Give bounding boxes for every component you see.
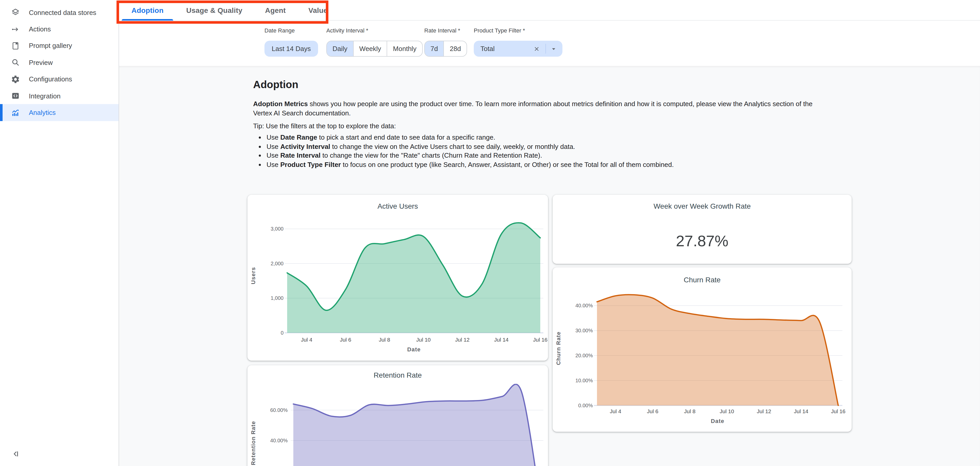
svg-text:Jul 8: Jul 8: [684, 408, 695, 414]
svg-text:40.00%: 40.00%: [270, 437, 288, 443]
svg-text:Jul 16: Jul 16: [533, 337, 547, 342]
activity-interval-option-daily[interactable]: Daily: [327, 41, 353, 56]
sidebar-item-configurations[interactable]: Configurations: [0, 71, 119, 87]
product-type-filter-label: Product Type Filter *: [474, 27, 562, 34]
chart-title: Week over Week Growth Rate: [553, 202, 852, 210]
configurations-icon: [11, 75, 20, 84]
svg-text:3,000: 3,000: [270, 226, 283, 231]
active-users-chart-canvas: 01,0002,0003,000Jul 4Jul 6Jul 8Jul 10Jul…: [247, 216, 548, 361]
tip-list-item: Use Product Type Filter to focus on one …: [267, 160, 674, 169]
svg-text:2,000: 2,000: [270, 261, 283, 266]
collapse-sidebar-button[interactable]: [10, 449, 21, 459]
churn-rate-card: Churn Rate 0.00%10.00%20.00%30.00%40.00%…: [553, 267, 852, 432]
active-users-card: Active Users 01,0002,0003,000Jul 4Jul 6J…: [247, 195, 548, 361]
svg-text:Retention Rate: Retention Rate: [250, 421, 256, 465]
svg-text:20.00%: 20.00%: [575, 353, 593, 358]
sidebar-item-label: Prompt gallery: [29, 42, 72, 50]
chart-title: Retention Rate: [247, 371, 548, 379]
svg-text:0.00%: 0.00%: [578, 403, 593, 408]
svg-text:Jul 4: Jul 4: [301, 337, 312, 342]
svg-text:Jul 14: Jul 14: [494, 337, 509, 342]
chart-title: Active Users: [247, 202, 548, 210]
sidebar-item-actions[interactable]: Actions: [0, 21, 119, 38]
tip-list-item: Use Date Range to pick a start and end d…: [267, 133, 674, 142]
product-type-filter: Product Type Filter * Total: [474, 27, 562, 57]
sidebar-item-label: Configurations: [29, 76, 72, 83]
svg-text:Jul 14: Jul 14: [794, 408, 808, 414]
rate-interval-option-28d[interactable]: 28d: [444, 41, 466, 56]
tab-agent[interactable]: Agent: [254, 0, 297, 20]
tab-label: Value: [309, 6, 328, 14]
svg-text:Churn Rate: Churn Rate: [555, 331, 562, 365]
analytics-icon: [11, 108, 20, 117]
sidebar-item-analytics[interactable]: Analytics: [0, 104, 119, 121]
sidebar-item-prompt-gallery[interactable]: Prompt gallery: [0, 38, 119, 54]
date-range-chip[interactable]: Last 14 Days: [264, 41, 318, 57]
rate-interval-label: Rate Interval *: [424, 27, 467, 34]
tab-value[interactable]: Value: [297, 0, 339, 20]
activity-interval-option-weekly[interactable]: Weekly: [353, 41, 387, 56]
prompt-gallery-icon: [11, 41, 20, 51]
sidebar-item-integration[interactable]: Integration: [0, 87, 119, 104]
preview-icon: [11, 58, 20, 67]
sidebar-item-label: Preview: [29, 59, 53, 67]
tab-adoption[interactable]: Adoption: [120, 0, 175, 20]
activity-interval-option-monthly[interactable]: Monthly: [387, 41, 422, 56]
page-title: Adoption: [253, 79, 299, 91]
date-range-label: Date Range: [264, 27, 318, 34]
sidebar-item-connected-data-stores[interactable]: Connected data stores: [0, 4, 119, 21]
rate-interval-filter: Rate Interval * 7d28d: [424, 27, 467, 57]
sidebar-item-preview[interactable]: Preview: [0, 54, 119, 71]
product-type-filter-select[interactable]: Total: [474, 41, 562, 57]
rate-interval-toggle: 7d28d: [424, 41, 467, 57]
tip-text: Tip: Use the filters at the top to explo…: [253, 122, 396, 130]
tab-label: Adoption: [132, 6, 164, 14]
tip-list-item: Use Rate Interval to change the view for…: [267, 151, 674, 160]
activity-interval-toggle: DailyWeeklyMonthly: [326, 41, 423, 57]
product-type-filter-value: Total: [480, 45, 533, 52]
selected-indicator: [0, 104, 3, 121]
clear-filter-icon[interactable]: [533, 44, 541, 53]
retention-rate-card: Retention Rate 0.00%20.00%40.00%60.00%Ju…: [247, 365, 548, 466]
svg-text:Jul 10: Jul 10: [720, 408, 734, 414]
segment-label: Weekly: [359, 45, 381, 52]
tab-usage-quality[interactable]: Usage & Quality: [175, 0, 254, 20]
svg-text:Users: Users: [250, 267, 256, 284]
svg-text:1,000: 1,000: [270, 295, 283, 301]
header: AdoptionUsage & QualityAgentValue Date R…: [119, 0, 980, 66]
sidebar-item-label: Integration: [29, 92, 60, 100]
svg-text:Jul 4: Jul 4: [610, 408, 622, 414]
rate-interval-option-7d[interactable]: 7d: [425, 41, 444, 56]
svg-text:Date: Date: [711, 418, 725, 424]
segment-label: Daily: [332, 45, 347, 52]
dropdown-arrow-icon[interactable]: [550, 44, 558, 53]
sidebar: Connected data storesActionsPrompt galle…: [0, 0, 119, 466]
data-stores-icon: [11, 8, 20, 17]
sidebar-item-label: Analytics: [29, 109, 56, 116]
app-window: Connected data storesActionsPrompt galle…: [0, 0, 980, 466]
growth-rate-value: 27.87%: [553, 232, 852, 250]
svg-text:Jul 12: Jul 12: [455, 337, 469, 342]
svg-text:Jul 10: Jul 10: [416, 337, 431, 342]
sidebar-item-label: Connected data stores: [29, 8, 96, 16]
intro-paragraph: Adoption Metrics shows you how people ar…: [253, 100, 833, 117]
segment-label: 7d: [430, 45, 438, 52]
sidebar-item-label: Actions: [29, 25, 51, 33]
svg-text:Date: Date: [407, 346, 421, 353]
svg-text:Jul 16: Jul 16: [831, 408, 845, 414]
collapse-sidebar-icon: [10, 452, 21, 461]
svg-text:Jul 12: Jul 12: [757, 408, 771, 414]
activity-interval-label: Activity Interval *: [326, 27, 423, 34]
svg-text:Jul 8: Jul 8: [379, 337, 390, 342]
segment-label: Monthly: [393, 45, 417, 52]
sidebar-items: Connected data storesActionsPrompt galle…: [0, 0, 119, 121]
svg-text:60.00%: 60.00%: [270, 407, 288, 413]
svg-text:40.00%: 40.00%: [575, 303, 593, 308]
wow-growth-card: Week over Week Growth Rate 27.87%: [553, 195, 852, 264]
svg-text:30.00%: 30.00%: [575, 328, 593, 333]
activity-interval-filter: Activity Interval * DailyWeeklyMonthly: [326, 27, 423, 57]
date-range-filter: Date Range Last 14 Days: [264, 27, 318, 57]
svg-text:10.00%: 10.00%: [575, 378, 593, 383]
segment-label: 28d: [450, 45, 461, 52]
tips-list: Use Date Range to pick a start and end d…: [253, 133, 674, 170]
